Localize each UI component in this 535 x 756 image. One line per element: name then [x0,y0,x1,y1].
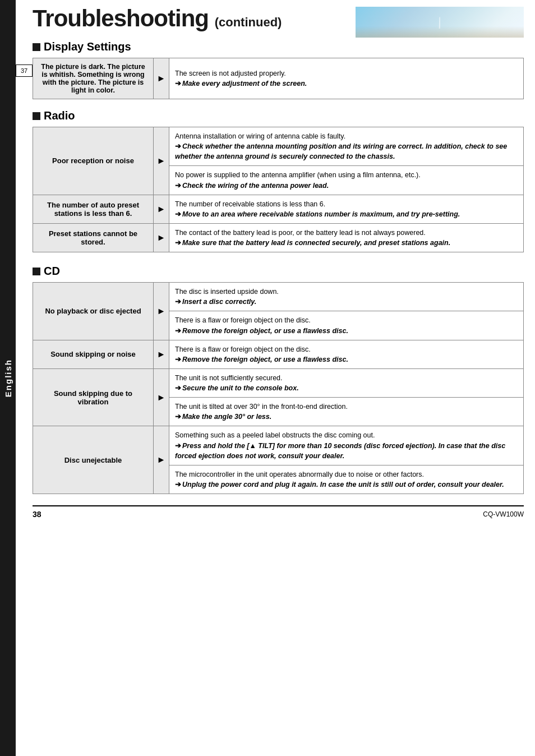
display-settings-section-header: Display Settings [33,40,524,53]
radio-title: Radio [44,109,75,122]
solution-cell: The number of receivable stations is les… [169,195,524,223]
footer-page-number: 38 [33,510,41,519]
solution-cell: The contact of the battery lead is poor,… [169,223,524,252]
table-row: Poor reception or noise ► Antenna instal… [33,127,524,166]
table-row: Sound skipping due to vibration ► The un… [33,368,524,397]
symptom-cell-preset: The number of auto preset stations is le… [33,195,154,223]
arrow-cell: ► [154,58,169,99]
arrow-cell: ► [154,283,169,340]
page-badge-37: 37 [16,64,33,77]
table-row: Preset stations cannot be stored. ► The … [33,223,524,252]
cd-section-header: CD [33,265,524,278]
solution-cell: The screen is not adjusted properly. ➔Ma… [169,58,524,99]
continued-text: (continued) [215,15,282,29]
arrow-cell: ► [154,127,169,195]
display-settings-title: Display Settings [44,40,131,53]
solution-cell: Antenna installation or wiring of antenn… [169,127,524,166]
symptom-cell-poor-reception: Poor reception or noise [33,127,154,195]
section-square-radio [33,112,40,120]
footer: 38 CQ-VW100W [33,505,524,519]
symptom-cell-vibration: Sound skipping due to vibration [33,368,154,426]
solution-cell: There is a flaw or foreign object on the… [169,311,524,340]
table-row: No playback or disc ejected ► The disc i… [33,283,524,311]
page-header: Troubleshooting (continued) [33,7,524,30]
main-content: Troubleshooting (continued) Display Sett… [33,0,524,536]
solution-cell: Something such as a peeled label obstruc… [169,426,524,465]
radio-section-header: Radio [33,109,524,122]
side-label: English [0,0,16,756]
solution-cell: There is a flaw or foreign object on the… [169,340,524,368]
symptom-cell-sound-skipping-noise: Sound skipping or noise [33,340,154,368]
section-square-display [33,43,40,51]
arrow-cell: ► [154,195,169,223]
table-row: The number of auto preset stations is le… [33,195,524,223]
symptom-cell-no-playback: No playback or disc ejected [33,283,154,340]
title-text: Troubleshooting [33,5,209,31]
table-row: The picture is dark. The picture is whit… [33,58,524,99]
arrow-cell: ► [154,368,169,426]
symptom-cell-unejectable: Disc unejectable [33,426,154,494]
side-label-text: English [3,359,13,397]
radio-table: Poor reception or noise ► Antenna instal… [33,127,524,252]
arrow-cell: ► [154,223,169,252]
solution-cell: No power is supplied to the antenna ampl… [169,166,524,195]
footer-model: CQ-VW100W [483,510,524,518]
cd-table: No playback or disc ejected ► The disc i… [33,282,524,494]
solution-cell: The unit is tilted at over 30° in the fr… [169,398,524,426]
solution-cell: The microcontroller in the unit operates… [169,465,524,494]
display-settings-table: The picture is dark. The picture is whit… [33,58,524,99]
table-row: Sound skipping or noise ► There is a fla… [33,340,524,368]
symptom-cell-preset-stored: Preset stations cannot be stored. [33,223,154,252]
page-title: Troubleshooting (continued) [33,7,282,30]
arrow-cell: ► [154,340,169,368]
arrow-cell: ► [154,426,169,494]
solution-cell: The disc is inserted upside down. ➔Inser… [169,283,524,311]
section-square-cd [33,268,40,275]
solution-cell: The unit is not sufficiently secured. ➔S… [169,368,524,397]
cd-title: CD [44,265,60,278]
symptom-cell: The picture is dark. The picture is whit… [33,58,154,99]
table-row: Disc unejectable ► Something such as a p… [33,426,524,465]
